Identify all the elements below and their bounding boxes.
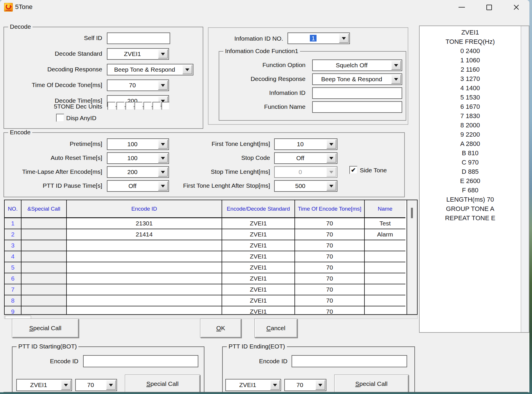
maximize-button[interactable] (479, 0, 499, 15)
decode-group: Decode (3, 27, 203, 129)
list-vertical-scrollbar[interactable] (521, 26, 529, 332)
table-row[interactable]: 8 ZVEI1 70 (5, 295, 417, 306)
col-header-no: NO. (5, 200, 21, 218)
table-vertical-scrollbar[interactable] (407, 200, 417, 314)
list-item: D 885 (420, 167, 521, 176)
disp-anyid-checkbox[interactable] (56, 114, 64, 122)
table-row[interactable]: 1 21301 ZVEI1 70 Test (5, 218, 417, 229)
dec-unit-checkbox-7[interactable] (161, 102, 170, 110)
list-item: E 2600 (420, 176, 521, 186)
table-row[interactable]: 5 ZVEI1 70 (5, 262, 417, 273)
infomation-id-no-select[interactable]: 1 (287, 32, 350, 44)
chevron-down-icon[interactable] (158, 167, 168, 177)
table-row[interactable]: 3 ZVEI1 70 (5, 240, 417, 251)
infomation-id-input[interactable] (312, 87, 402, 99)
list-item: 4 1400 (420, 84, 521, 93)
chevron-down-icon[interactable] (326, 140, 336, 149)
close-button[interactable] (507, 0, 526, 15)
eot-special-call-button[interactable]: Special Call (334, 375, 409, 392)
chevron-down-icon[interactable] (391, 61, 401, 70)
table-row[interactable]: 6 ZVEI1 70 (5, 273, 417, 284)
first-tone-lenght-label: First Tone Lenght[ms] (183, 140, 270, 147)
first-tone-lenght-select[interactable]: 10 (274, 138, 337, 150)
dec-unit-checkbox-2[interactable] (116, 102, 125, 110)
chevron-down-icon[interactable] (391, 75, 401, 84)
decode-group-label: Decode (8, 23, 33, 30)
info-decoding-response-label: Decoding Response (221, 75, 305, 82)
dec-unit-checkbox-5[interactable] (143, 102, 152, 110)
function-name-input[interactable] (312, 101, 402, 113)
dec-units-label: 5TONE Dec Units (9, 103, 102, 110)
eot-standard-select[interactable]: ZVEI1 (225, 379, 281, 391)
chevron-down-icon[interactable] (326, 181, 336, 191)
app-icon (4, 3, 13, 12)
time-lapse-after-encode-select[interactable]: 200 (107, 166, 169, 178)
bot-special-call-button[interactable]: Special Call (125, 375, 200, 392)
scrollbar-thumb[interactable] (411, 208, 413, 218)
dec-unit-checkbox-6[interactable] (152, 102, 161, 110)
table-row[interactable]: 9 ZVEI1 70 (5, 306, 417, 315)
list-item: F 680 (420, 186, 521, 195)
chevron-down-icon[interactable] (182, 65, 192, 74)
decoding-response-select[interactable]: Beep Tone & Respond (107, 64, 193, 75)
stop-code-select[interactable]: Off (274, 152, 337, 164)
tone-freq-listbox: ZVEI1 TONE FREQ(Hz) 0 2400 1 1060 2 1160… (419, 26, 529, 333)
ptt-id-pause-time-select[interactable]: Off (107, 180, 169, 192)
col-header-encode-id: Encode ID (67, 200, 222, 218)
pretime-select[interactable]: 100 (107, 138, 169, 150)
ptt-id-pause-time-label: PTT ID Pause Time[s] (9, 182, 102, 189)
special-call-button[interactable]: Special Call (12, 319, 79, 338)
chevron-down-icon[interactable] (270, 380, 280, 390)
function-name-label: Function Name (221, 103, 305, 110)
side-tone-checkbox[interactable] (349, 166, 357, 174)
eot-encode-id-input[interactable] (292, 355, 407, 367)
dec-unit-checkbox-4[interactable] (134, 102, 143, 110)
eot-encode-id-label: Encode ID (232, 358, 287, 365)
bot-encode-id-input[interactable] (83, 355, 198, 367)
chevron-down-icon[interactable] (158, 81, 168, 90)
infomation-code-function-label: Infomation Code Function1 (223, 48, 300, 55)
chevron-down-icon[interactable] (61, 380, 71, 390)
cancel-button[interactable]: Cancel (254, 319, 297, 338)
list-item: REPEAT TONE E (420, 214, 521, 223)
table-row[interactable]: 7 ZVEI1 70 (5, 284, 417, 295)
5tone-window: 5Tone Decode Self ID Decode Standard ZVE… (0, 0, 529, 392)
col-header-name: Name (365, 200, 405, 218)
table-row[interactable]: 2 21414 ZVEI1 70 Alarm (5, 229, 417, 240)
dec-unit-checkbox-3[interactable] (125, 102, 134, 110)
selected-value: 1 (310, 35, 317, 41)
list-item: 7 1830 (420, 111, 521, 121)
table-header-row: NO. &Special Call Encode ID Encode/Decod… (5, 200, 417, 218)
list-item: 1 1060 (420, 56, 521, 65)
chevron-down-icon[interactable] (158, 153, 168, 163)
col-header-standard: Encode/Decode Standard (222, 200, 295, 218)
bot-tone-select[interactable]: 70 (75, 379, 117, 391)
info-decoding-response-select[interactable]: Beep Tone & Respond (312, 73, 402, 85)
decode-standard-select[interactable]: ZVEI1 (107, 48, 169, 60)
first-tone-after-stop-label: First Tone Lenght After Stop[ms] (183, 182, 270, 189)
chevron-down-icon[interactable] (158, 140, 168, 149)
table-row[interactable]: 4 ZVEI1 70 (5, 251, 417, 262)
list-item: 5 1530 (420, 93, 521, 102)
decoding-response-label: Decoding Response (9, 66, 102, 73)
bot-standard-select[interactable]: ZVEI1 (16, 379, 72, 391)
infomation-id-no-label: Infomation ID NO. (203, 35, 283, 42)
first-tone-after-stop-select[interactable]: 500 (274, 180, 337, 192)
chevron-down-icon[interactable] (339, 34, 349, 43)
chevron-down-icon[interactable] (106, 380, 116, 390)
close-icon (513, 4, 520, 10)
time-of-decode-tone-select[interactable]: 70 (107, 79, 169, 91)
minimize-button[interactable] (452, 0, 471, 15)
function-option-select[interactable]: Squelch Off (312, 59, 402, 71)
eot-tone-select[interactable]: 70 (284, 379, 326, 391)
chevron-down-icon[interactable] (326, 153, 336, 163)
minimize-icon (459, 7, 465, 8)
chevron-down-icon[interactable] (158, 49, 168, 59)
ptt-id-ending-label: PTT ID Ending(EOT) (227, 343, 287, 350)
self-id-input[interactable] (107, 32, 170, 44)
dec-unit-checkbox-1[interactable] (107, 102, 116, 110)
auto-reset-time-select[interactable]: 100 (107, 152, 169, 164)
chevron-down-icon[interactable] (315, 380, 325, 390)
ok-button[interactable]: OK (200, 319, 241, 338)
chevron-down-icon[interactable] (158, 181, 168, 191)
